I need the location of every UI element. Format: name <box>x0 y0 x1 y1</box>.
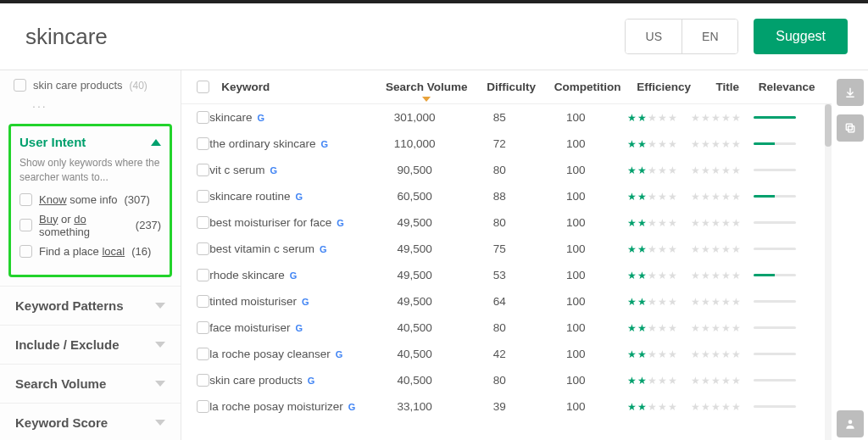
relevance-bar <box>754 248 796 250</box>
sort-indicator-icon <box>422 97 431 102</box>
table-row[interactable]: skin care products G40,50080100★★★★★★★★★… <box>181 367 832 393</box>
checkbox[interactable] <box>19 219 32 231</box>
star-rating: ★★★★★ <box>686 322 745 334</box>
star-rating: ★★★★★ <box>686 191 745 203</box>
table-row[interactable]: best moisturiser for face G49,50080100★★… <box>181 209 832 236</box>
star-rating: ★★★★★ <box>618 322 686 334</box>
keyword-text: rhode skincare <box>209 269 285 281</box>
col-efficiency[interactable]: Efficiency <box>630 81 698 93</box>
more-icon[interactable]: ... <box>32 97 167 110</box>
keyword-text: best moisturiser for face <box>209 216 331 229</box>
row-checkbox[interactable] <box>197 216 209 229</box>
checkbox[interactable] <box>19 245 32 258</box>
chevron-down-icon <box>155 303 165 309</box>
right-rail <box>832 70 868 440</box>
star-rating: ★★★★★ <box>686 270 745 281</box>
star-rating: ★★★★★ <box>686 348 745 360</box>
scrollbar-track <box>825 104 832 440</box>
sidebar: skin care products (40) ... User Intent … <box>0 70 181 440</box>
row-checkbox[interactable] <box>197 111 209 124</box>
table-row[interactable]: face moisturiser G40,50080100★★★★★★★★★★ <box>181 315 832 341</box>
accordion-search-volume[interactable]: Search Volume <box>0 364 181 403</box>
row-checkbox[interactable] <box>197 295 209 308</box>
download-button[interactable] <box>837 79 864 106</box>
row-checkbox[interactable] <box>197 269 209 281</box>
intent-option[interactable]: Know some info (307) <box>19 193 161 206</box>
table-row[interactable]: la roche posay moisturizer G33,10039100★… <box>181 393 832 420</box>
account-button[interactable] <box>837 410 864 437</box>
accordion-label: Include / Exclude <box>15 337 120 352</box>
locale-selector: US EN <box>625 19 738 54</box>
volume-cell: 40,500 <box>364 348 465 360</box>
row-checkbox[interactable] <box>197 400 209 413</box>
table-row[interactable]: la roche posay cleanser G40,50042100★★★★… <box>181 341 832 367</box>
suggest-button[interactable]: Suggest <box>754 19 848 54</box>
intent-option[interactable]: Buy or do something (237) <box>19 213 161 238</box>
relevance-bar <box>754 379 796 382</box>
row-checkbox[interactable] <box>197 348 209 360</box>
volume-cell: 60,500 <box>364 190 465 203</box>
star-rating: ★★★★★ <box>686 138 745 150</box>
table-row[interactable]: skincare G301,00085100★★★★★★★★★★ <box>181 104 832 131</box>
copy-button[interactable] <box>837 114 864 142</box>
accordion-keyword-score[interactable]: Keyword Score <box>0 403 181 440</box>
row-checkbox[interactable] <box>197 137 209 150</box>
table-row[interactable]: tinted moisturiser G49,50064100★★★★★★★★★… <box>181 288 832 315</box>
filter-item[interactable]: skin care products (40) <box>14 79 167 92</box>
intent-count: (16) <box>131 245 151 258</box>
select-all-checkbox[interactable] <box>197 81 209 93</box>
table-row[interactable]: rhode skincare G49,50053100★★★★★★★★★★ <box>181 262 832 288</box>
google-icon: G <box>337 218 344 228</box>
keyword-text: the ordinary skincare <box>209 137 315 150</box>
checkbox[interactable] <box>14 79 26 92</box>
relevance-bar <box>754 300 796 303</box>
competition-cell: 100 <box>533 321 618 334</box>
volume-cell: 40,500 <box>364 321 465 334</box>
table-row[interactable]: vit c serum G90,50080100★★★★★★★★★★ <box>181 157 832 183</box>
row-checkbox[interactable] <box>197 190 209 203</box>
accordion-keyword-patterns[interactable]: Keyword Patterns <box>0 286 181 325</box>
col-keyword[interactable]: Keyword <box>221 81 376 93</box>
col-volume[interactable]: Search Volume <box>376 81 477 93</box>
accordion-label: Keyword Score <box>15 415 108 430</box>
competition-cell: 100 <box>533 269 618 281</box>
col-difficulty[interactable]: Difficulty <box>477 81 545 93</box>
row-checkbox[interactable] <box>197 164 209 176</box>
keyword-text: la roche posay cleanser <box>209 348 331 360</box>
accordion-include-exclude[interactable]: Include / Exclude <box>0 325 181 364</box>
star-rating: ★★★★★ <box>618 296 686 308</box>
google-icon: G <box>308 376 315 386</box>
results-area: Keyword Search Volume Difficulty Competi… <box>181 70 832 440</box>
google-icon: G <box>321 139 329 149</box>
scrollbar-thumb[interactable] <box>825 104 832 147</box>
star-rating: ★★★★★ <box>686 164 745 176</box>
language-select[interactable]: EN <box>682 19 737 53</box>
star-rating: ★★★★★ <box>686 243 745 255</box>
country-select[interactable]: US <box>626 19 682 53</box>
row-checkbox[interactable] <box>197 374 209 387</box>
difficulty-cell: 72 <box>465 137 533 150</box>
volume-cell: 49,500 <box>364 216 465 229</box>
search-query[interactable]: skincare <box>25 24 108 50</box>
table-body: skincare G301,00085100★★★★★★★★★★the ordi… <box>181 104 832 440</box>
relevance-bar <box>754 195 796 198</box>
intent-option[interactable]: Find a place local (16) <box>19 245 161 258</box>
table-row[interactable]: best vitamin c serum G49,50075100★★★★★★★… <box>181 236 832 262</box>
difficulty-cell: 75 <box>465 242 533 255</box>
col-competition[interactable]: Competition <box>545 81 630 93</box>
difficulty-cell: 39 <box>465 400 533 413</box>
col-relevance[interactable]: Relevance <box>757 81 816 93</box>
checkbox[interactable] <box>19 193 32 206</box>
row-checkbox[interactable] <box>197 242 209 255</box>
table-row[interactable]: skincare routine G60,50088100★★★★★★★★★★ <box>181 183 832 209</box>
intent-count: (237) <box>136 219 161 231</box>
intent-label: Know some info <box>39 193 118 206</box>
row-checkbox[interactable] <box>197 321 209 334</box>
col-title[interactable]: Title <box>698 81 757 93</box>
collapse-icon[interactable] <box>151 139 161 146</box>
google-icon: G <box>257 113 264 123</box>
google-icon: G <box>290 270 298 281</box>
keyword-text: tinted moisturiser <box>209 295 297 308</box>
table-row[interactable]: the ordinary skincare G110,00072100★★★★★… <box>181 131 832 157</box>
star-rating: ★★★★★ <box>686 217 745 229</box>
